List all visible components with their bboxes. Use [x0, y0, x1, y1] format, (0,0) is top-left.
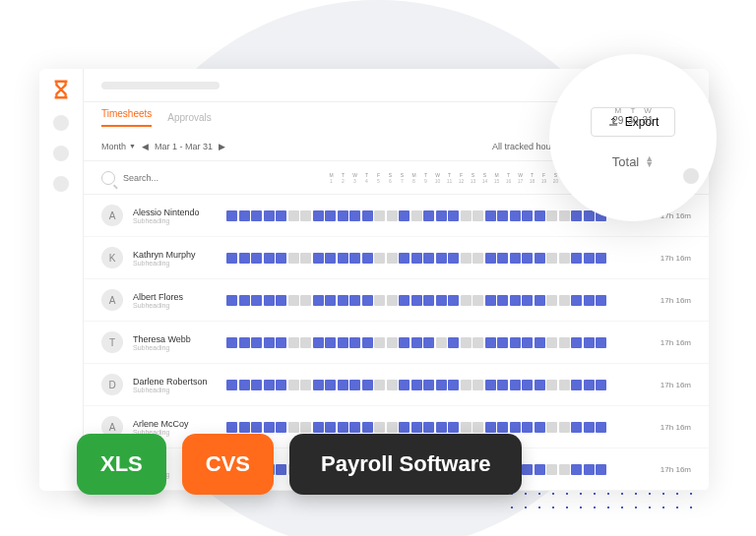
- day-cell[interactable]: [448, 253, 459, 264]
- day-cell[interactable]: [584, 337, 595, 348]
- day-cell[interactable]: [264, 337, 275, 348]
- day-cell[interactable]: [411, 253, 422, 264]
- day-cell[interactable]: [264, 253, 275, 264]
- day-cell[interactable]: [423, 380, 434, 390]
- day-cell[interactable]: [522, 422, 533, 433]
- day-cell[interactable]: [522, 464, 533, 475]
- day-cell[interactable]: [497, 422, 508, 433]
- day-cell[interactable]: [546, 337, 557, 348]
- day-cell[interactable]: [472, 422, 483, 433]
- day-cell[interactable]: [584, 210, 595, 221]
- day-cell[interactable]: [510, 422, 521, 433]
- day-cell[interactable]: [559, 380, 570, 390]
- day-cell[interactable]: [510, 295, 521, 306]
- day-cell[interactable]: [325, 253, 336, 264]
- day-cell[interactable]: [288, 422, 299, 433]
- day-cell[interactable]: [485, 337, 496, 348]
- day-cell[interactable]: [362, 337, 373, 348]
- day-cell[interactable]: [288, 253, 299, 264]
- day-cell[interactable]: [559, 210, 570, 221]
- day-cell[interactable]: [338, 422, 348, 433]
- day-cell[interactable]: [546, 422, 557, 433]
- day-cell[interactable]: [300, 210, 311, 221]
- day-cell[interactable]: [411, 380, 422, 390]
- day-cell[interactable]: [411, 337, 422, 348]
- day-cell[interactable]: [423, 337, 434, 348]
- day-cell[interactable]: [374, 253, 385, 264]
- day-cell[interactable]: [362, 253, 373, 264]
- day-cell[interactable]: [436, 422, 447, 433]
- day-cell[interactable]: [584, 295, 595, 306]
- day-cell[interactable]: [325, 210, 336, 221]
- day-cell[interactable]: [264, 210, 275, 221]
- day-cell[interactable]: [226, 295, 237, 306]
- day-cell[interactable]: [288, 337, 299, 348]
- day-cell[interactable]: [411, 422, 422, 433]
- day-cell[interactable]: [571, 464, 582, 475]
- day-cell[interactable]: [535, 253, 545, 264]
- day-cell[interactable]: [522, 337, 533, 348]
- day-cell[interactable]: [423, 210, 434, 221]
- day-cell[interactable]: [535, 380, 545, 390]
- day-cell[interactable]: [472, 210, 483, 221]
- day-cell[interactable]: [448, 210, 459, 221]
- day-cell[interactable]: [399, 337, 410, 348]
- day-cell[interactable]: [485, 253, 496, 264]
- day-cell[interactable]: [546, 253, 557, 264]
- day-cell[interactable]: [387, 253, 398, 264]
- day-cell[interactable]: [300, 337, 311, 348]
- badge-cvs[interactable]: CVS: [182, 434, 274, 495]
- day-cell[interactable]: [472, 253, 483, 264]
- nav-item[interactable]: [53, 176, 69, 192]
- day-cell[interactable]: [436, 253, 447, 264]
- day-cell[interactable]: [461, 422, 472, 433]
- day-cell[interactable]: [264, 295, 275, 306]
- day-cell[interactable]: [485, 295, 496, 306]
- day-cell[interactable]: [461, 380, 472, 390]
- day-cell[interactable]: [300, 253, 311, 264]
- day-cell[interactable]: [436, 210, 447, 221]
- day-cell[interactable]: [436, 295, 447, 306]
- day-cell[interactable]: [546, 210, 557, 221]
- day-cell[interactable]: [559, 295, 570, 306]
- day-cell[interactable]: [313, 210, 324, 221]
- day-cell[interactable]: [338, 295, 348, 306]
- day-cell[interactable]: [436, 337, 447, 348]
- day-cell[interactable]: [251, 380, 262, 390]
- day-cell[interactable]: [349, 422, 360, 433]
- day-cell[interactable]: [300, 380, 311, 390]
- day-cell[interactable]: [535, 337, 545, 348]
- tab-approvals[interactable]: Approvals: [167, 112, 211, 123]
- day-cell[interactable]: [251, 210, 262, 221]
- day-cell[interactable]: [571, 295, 582, 306]
- day-cell[interactable]: [239, 380, 250, 390]
- day-cell[interactable]: [596, 422, 606, 433]
- day-cell[interactable]: [510, 380, 521, 390]
- day-cell[interactable]: [522, 380, 533, 390]
- day-cell[interactable]: [239, 337, 250, 348]
- day-cell[interactable]: [226, 253, 237, 264]
- prev-arrow[interactable]: ◀: [142, 142, 149, 151]
- day-cell[interactable]: [239, 210, 250, 221]
- day-cell[interactable]: [546, 464, 557, 475]
- day-cell[interactable]: [276, 210, 286, 221]
- day-cell[interactable]: [423, 253, 434, 264]
- day-cell[interactable]: [239, 295, 250, 306]
- day-cell[interactable]: [510, 337, 521, 348]
- filter-month[interactable]: Month▼: [101, 142, 136, 151]
- day-cell[interactable]: [313, 337, 324, 348]
- day-cell[interactable]: [399, 253, 410, 264]
- day-cell[interactable]: [596, 337, 606, 348]
- day-cell[interactable]: [349, 210, 360, 221]
- day-cell[interactable]: [300, 422, 311, 433]
- day-cell[interactable]: [472, 295, 483, 306]
- day-cell[interactable]: [411, 295, 422, 306]
- day-cell[interactable]: [510, 210, 521, 221]
- day-cell[interactable]: [239, 253, 250, 264]
- day-cell[interactable]: [584, 253, 595, 264]
- day-cell[interactable]: [374, 422, 385, 433]
- day-cell[interactable]: [571, 253, 582, 264]
- day-cell[interactable]: [362, 422, 373, 433]
- badge-xls[interactable]: XLS: [77, 434, 166, 495]
- day-cell[interactable]: [522, 210, 533, 221]
